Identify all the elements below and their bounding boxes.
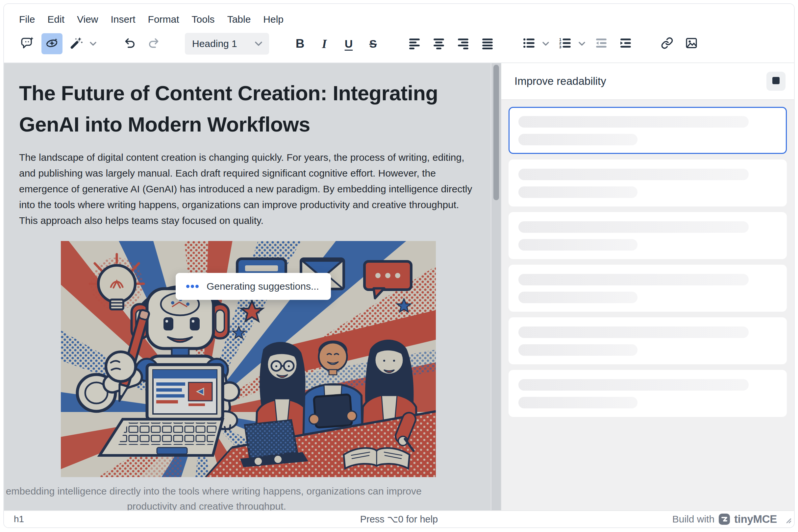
suggestion-card-skeleton[interactable] — [508, 317, 787, 364]
ai-shortcuts-button[interactable] — [66, 33, 87, 54]
align-center-icon — [432, 37, 445, 51]
align-left-icon — [408, 37, 421, 51]
tinymce-branding[interactable]: Build with tinyMCE — [672, 513, 785, 526]
toolbar: Heading 1 B I U S — [4, 28, 794, 63]
skeleton-bar — [518, 326, 749, 338]
suggestion-list — [501, 100, 794, 424]
skeleton-bar — [518, 186, 637, 198]
image-icon — [685, 37, 698, 51]
bold-icon: B — [296, 37, 304, 51]
skeleton-bar — [518, 116, 749, 128]
menu-edit[interactable]: Edit — [41, 12, 71, 27]
format-select-value: Heading 1 — [192, 38, 237, 49]
svg-text:3: 3 — [559, 45, 561, 49]
skeleton-bar — [518, 397, 637, 408]
align-center-button[interactable] — [428, 33, 449, 54]
menu-help[interactable]: Help — [257, 12, 290, 27]
bullet-list-chevron[interactable] — [540, 33, 551, 54]
bullet-list-button[interactable] — [518, 33, 539, 54]
strikethrough-icon: S — [369, 37, 377, 50]
brand-name: tinyMCE — [734, 513, 777, 526]
align-justify-button[interactable] — [477, 33, 498, 54]
statusbar: h1 Press ⌥0 for help Build with tinyMCE — [4, 510, 794, 527]
suggestion-card-skeleton[interactable] — [508, 370, 787, 417]
strikethrough-button[interactable]: S — [363, 33, 384, 54]
ai-shortcuts-chevron[interactable] — [88, 33, 99, 54]
tinymce-logo-icon — [718, 513, 730, 525]
brand-prefix: Build with — [672, 514, 715, 525]
link-icon — [661, 37, 673, 51]
skeleton-bar — [518, 221, 749, 233]
suggestion-card-skeleton[interactable] — [508, 159, 787, 207]
loading-dots-icon — [186, 285, 199, 288]
align-right-button[interactable] — [452, 33, 474, 54]
element-path[interactable]: h1 — [14, 514, 24, 525]
format-select[interactable]: Heading 1 — [185, 33, 269, 55]
skeleton-bar — [518, 274, 749, 285]
ai-review-icon — [45, 37, 58, 51]
menu-tools[interactable]: Tools — [186, 12, 221, 27]
indent-button[interactable] — [615, 33, 636, 54]
generating-toast: Generating suggestions... — [175, 273, 331, 300]
align-justify-icon — [481, 37, 494, 51]
toast-label: Generating suggestions... — [207, 281, 319, 292]
editor-scrollbar-thumb[interactable] — [494, 65, 499, 200]
menu-table[interactable]: Table — [221, 12, 257, 27]
outdent-button[interactable] — [591, 33, 612, 54]
numbered-list-icon: 1 2 3 — [559, 37, 571, 51]
link-button[interactable] — [656, 33, 678, 54]
sidebar-header: Improve readability — [501, 63, 794, 100]
suggestion-card-skeleton[interactable] — [508, 212, 787, 259]
numbered-list-button[interactable]: 1 2 3 — [555, 33, 576, 54]
editor-area: The Future of Content Creation: Integrat… — [4, 63, 501, 510]
insert-image-button[interactable] — [681, 33, 702, 54]
numbered-list-chevron[interactable] — [576, 33, 588, 54]
undo-button[interactable] — [119, 33, 140, 54]
italic-icon: I — [322, 37, 327, 51]
italic-button[interactable]: I — [314, 33, 335, 54]
skeleton-bar — [518, 344, 637, 356]
ai-chat-button[interactable] — [17, 33, 38, 54]
skeleton-bar — [518, 292, 637, 303]
skeleton-bar — [518, 134, 637, 145]
underline-icon: U — [345, 37, 353, 50]
app-window: File Edit View Insert Format Tools Table… — [3, 3, 795, 528]
editor-scrollbar[interactable] — [491, 63, 501, 510]
menu-format[interactable]: Format — [142, 12, 186, 27]
sidebar-title: Improve readability — [515, 75, 606, 88]
ai-sidebar: Improve readability — [501, 63, 794, 510]
underline-button[interactable]: U — [338, 33, 359, 54]
magic-wand-icon — [70, 37, 83, 51]
undo-icon — [123, 37, 136, 51]
outdent-icon — [595, 37, 608, 51]
skeleton-bar — [518, 169, 749, 180]
chevron-down-icon — [255, 41, 262, 47]
ai-chat-icon — [21, 37, 34, 51]
align-left-button[interactable] — [404, 33, 425, 54]
indent-icon — [619, 37, 632, 51]
redo-button[interactable] — [144, 33, 165, 54]
bold-button[interactable]: B — [290, 33, 311, 54]
stop-generation-button[interactable] — [766, 72, 785, 91]
menu-insert[interactable]: Insert — [105, 12, 142, 27]
suggestion-card-skeleton[interactable] — [508, 107, 787, 154]
menubar: File Edit View Insert Format Tools Table… — [4, 4, 794, 28]
menu-file[interactable]: File — [19, 12, 41, 27]
suggestion-card-skeleton[interactable] — [508, 265, 787, 312]
skeleton-bar — [518, 379, 749, 391]
align-right-icon — [457, 37, 469, 51]
stop-icon — [772, 77, 780, 86]
skeleton-bar — [518, 239, 637, 250]
menu-view[interactable]: View — [71, 12, 104, 27]
redo-icon — [148, 37, 160, 51]
ai-review-button[interactable] — [41, 33, 62, 54]
bullet-list-icon — [523, 37, 535, 51]
